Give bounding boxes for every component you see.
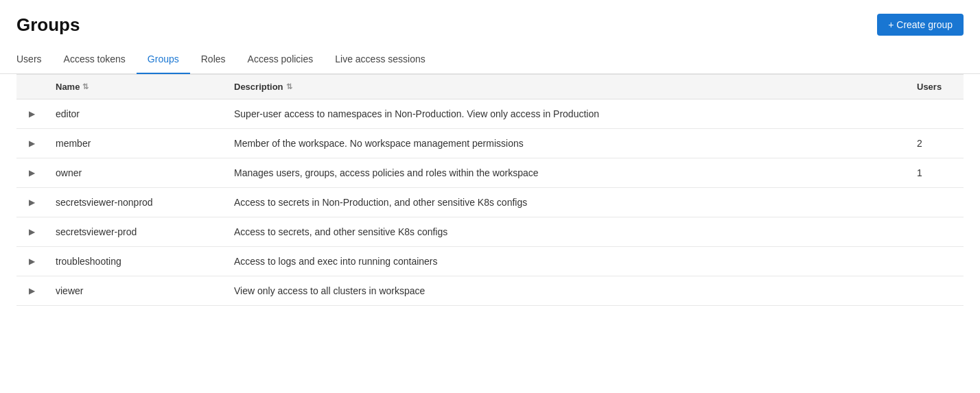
table-row: ▶editorSuper-user access to namespaces i…: [16, 99, 964, 129]
name-col-header[interactable]: Name: [47, 75, 226, 99]
table-row: ▶ownerManages users, groups, access poli…: [16, 158, 964, 188]
name-sort-icon: [82, 82, 89, 91]
row-users: [909, 188, 964, 217]
row-description: Manages users, groups, access policies a…: [226, 158, 909, 188]
groups-table: Name Description Users ▶editorSuper-user…: [16, 74, 964, 306]
row-users: 1: [909, 158, 964, 188]
row-users: [909, 217, 964, 247]
table-row: ▶troubleshootingAccess to logs and exec …: [16, 247, 964, 276]
expand-button[interactable]: ▶: [25, 255, 39, 267]
row-name: member: [47, 129, 226, 158]
row-description: Super-user access to namespaces in Non-P…: [226, 99, 909, 129]
tab-access-tokens[interactable]: Access tokens: [53, 47, 137, 74]
expand-button[interactable]: ▶: [25, 226, 39, 238]
row-name: secretsviewer-nonprod: [47, 188, 226, 217]
tab-roles[interactable]: Roles: [190, 47, 237, 74]
row-name: troubleshooting: [47, 247, 226, 276]
expand-col-header: [16, 75, 47, 99]
row-description: Access to secrets, and other sensitive K…: [226, 217, 909, 247]
users-col-header: Users: [909, 75, 964, 99]
expand-button[interactable]: ▶: [25, 108, 39, 120]
expand-button[interactable]: ▶: [25, 167, 39, 179]
table-container: Name Description Users ▶editorSuper-user…: [0, 74, 980, 306]
tab-access-policies[interactable]: Access policies: [237, 47, 325, 74]
table-row: ▶secretsviewer-prodAccess to secrets, an…: [16, 217, 964, 247]
table-row: ▶secretsviewer-nonprodAccess to secrets …: [16, 188, 964, 217]
row-users: [909, 247, 964, 276]
row-name: viewer: [47, 276, 226, 306]
row-description: Access to secrets in Non-Production, and…: [226, 188, 909, 217]
row-users: 2: [909, 129, 964, 158]
row-description: Access to logs and exec into running con…: [226, 247, 909, 276]
page-header: Groups + Create group: [0, 0, 980, 47]
table-row: ▶viewerView only access to all clusters …: [16, 276, 964, 306]
tab-users[interactable]: Users: [16, 47, 53, 74]
expand-button[interactable]: ▶: [25, 196, 39, 209]
expand-button[interactable]: ▶: [25, 285, 39, 297]
description-sort-icon: [286, 82, 292, 91]
description-col-header[interactable]: Description: [226, 75, 909, 99]
row-users: [909, 276, 964, 306]
row-description: View only access to all clusters in work…: [226, 276, 909, 306]
table-row: ▶memberMember of the workspace. No works…: [16, 129, 964, 158]
row-name: owner: [47, 158, 226, 188]
row-name: secretsviewer-prod: [47, 217, 226, 247]
tabs-bar: UsersAccess tokensGroupsRolesAccess poli…: [0, 47, 980, 74]
tab-live-access-sessions[interactable]: Live access sessions: [324, 47, 436, 74]
page-title: Groups: [16, 14, 80, 36]
row-name: editor: [47, 99, 226, 129]
row-users: [909, 99, 964, 129]
tab-groups[interactable]: Groups: [137, 47, 190, 74]
create-group-button[interactable]: + Create group: [877, 14, 964, 36]
row-description: Member of the workspace. No workspace ma…: [226, 129, 909, 158]
expand-button[interactable]: ▶: [25, 137, 39, 150]
